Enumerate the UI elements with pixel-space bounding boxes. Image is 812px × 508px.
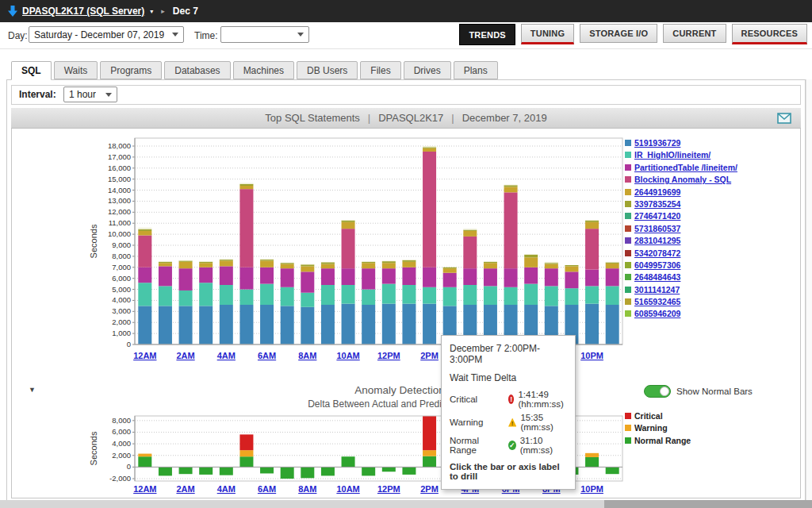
- bar-segment-3397835254[interactable]: [159, 262, 172, 263]
- subtab-databases[interactable]: Databases: [164, 61, 230, 79]
- bar-segment-ir-highio-lineitem[interactable]: [423, 287, 436, 304]
- bar-segment-ir-highio-lineitem[interactable]: [260, 284, 274, 305]
- bar-segment-ir-highio-lineitem[interactable]: [301, 293, 314, 307]
- bar-segment-3397835254[interactable]: [239, 184, 253, 186]
- bar-segment-2644919699[interactable]: [585, 222, 599, 229]
- bar-segment-2644919699[interactable]: [138, 231, 151, 236]
- bar-segment-ir-highio-lineitem[interactable]: [504, 287, 518, 305]
- subtab-waits[interactable]: Waits: [54, 61, 98, 79]
- bar-segment-partitionedtable-lineitem[interactable]: [220, 266, 233, 285]
- bar-segment-3397835254[interactable]: [423, 147, 436, 148]
- legend-label[interactable]: PartitionedTable /lineitem/: [634, 163, 737, 172]
- bar-segment-2644919699[interactable]: [260, 260, 274, 267]
- legend-label[interactable]: 5342078472: [634, 248, 680, 258]
- bar-segment-ir-highio-lineitem[interactable]: [443, 287, 457, 306]
- bar-segment-normal-range[interactable]: [281, 467, 294, 479]
- subtab-sql[interactable]: SQL: [11, 61, 52, 80]
- bar-12pm[interactable]: [382, 467, 396, 471]
- bar-segment-2644919699[interactable]: [159, 263, 172, 266]
- bar-segment-normal-range[interactable]: [260, 467, 274, 473]
- bar-segment-3397835254[interactable]: [504, 185, 518, 187]
- bar-segment-3397835254[interactable]: [260, 260, 274, 260]
- bar-5pm[interactable]: [484, 262, 497, 344]
- bar-segment-2644919699[interactable]: [565, 266, 578, 271]
- bar-segment-ir-highio-lineitem[interactable]: [545, 286, 558, 306]
- bar-segment-2644919699[interactable]: [342, 222, 355, 229]
- bar-10pm[interactable]: [585, 453, 599, 468]
- bar-segment-ir-highio-lineitem[interactable]: [220, 285, 233, 305]
- bar-segment-blocking-anomaly-sql[interactable]: [423, 152, 436, 267]
- bar-segment-partitionedtable-lineitem[interactable]: [281, 268, 294, 287]
- chevron-down-icon[interactable]: ▾: [150, 8, 153, 15]
- bar-segment-warning[interactable]: [423, 450, 436, 456]
- bar-segment-ir-highio-lineitem[interactable]: [342, 285, 355, 304]
- bar-12pm[interactable]: [382, 260, 396, 344]
- x-label-12pm[interactable]: 12PM: [377, 351, 400, 360]
- x-label-12pm[interactable]: 12PM: [377, 484, 400, 494]
- bar-segment-partitionedtable-lineitem[interactable]: [159, 266, 172, 286]
- x-label-4am[interactable]: 4AM: [217, 484, 236, 494]
- bar-segment-2644919699[interactable]: [382, 263, 396, 268]
- subtab-files[interactable]: Files: [360, 61, 400, 79]
- bar-segment-2644919699[interactable]: [239, 186, 253, 189]
- tab-trends[interactable]: TRENDS: [459, 24, 515, 45]
- bar-segment-3397835254[interactable]: [382, 261, 396, 263]
- bar-segment-2644919699[interactable]: [301, 266, 314, 271]
- x-label-12am[interactable]: 12AM: [133, 351, 156, 360]
- bar-8am[interactable]: [301, 264, 314, 344]
- bar-segment-5191936729[interactable]: [220, 305, 233, 344]
- subtab-drives[interactable]: Drives: [404, 61, 451, 79]
- x-label-10am[interactable]: 10AM: [336, 351, 359, 360]
- bar-segment-3397835254[interactable]: [179, 260, 193, 261]
- bar-10am[interactable]: [342, 220, 355, 344]
- legend-label[interactable]: 5731860537: [634, 224, 680, 233]
- bar-segment-partitionedtable-lineitem[interactable]: [423, 267, 436, 287]
- bar-3pm[interactable]: [443, 267, 457, 344]
- bar-12am[interactable]: [138, 454, 151, 468]
- bar-segment-partitionedtable-lineitem[interactable]: [504, 268, 518, 287]
- bar-4pm[interactable]: [463, 229, 477, 344]
- bar-2am[interactable]: [179, 260, 193, 344]
- bar-segment-other[interactable]: [463, 229, 477, 229]
- bar-segment-normal-range[interactable]: [382, 467, 396, 471]
- bar-11am[interactable]: [362, 262, 375, 344]
- bar-6am[interactable]: [260, 259, 274, 344]
- bar-segment-ir-highio-lineitem[interactable]: [362, 290, 375, 305]
- bar-9pm[interactable]: [565, 265, 578, 344]
- bar-segment-ir-highio-lineitem[interactable]: [484, 286, 497, 305]
- bar-3am[interactable]: [199, 467, 213, 475]
- bar-segment-other[interactable]: [138, 228, 151, 229]
- bar-segment-3397835254[interactable]: [463, 230, 477, 231]
- legend-label[interactable]: 5191936729: [634, 138, 680, 148]
- bar-segment-normal-range[interactable]: [179, 467, 193, 474]
- x-label-2am[interactable]: 2AM: [176, 484, 194, 494]
- legend-label[interactable]: 5165932465: [634, 297, 680, 306]
- bar-segment-5191936729[interactable]: [138, 306, 151, 344]
- bar-segment-blocking-anomaly-sql[interactable]: [138, 236, 151, 267]
- bar-segment-ir-highio-lineitem[interactable]: [179, 291, 193, 306]
- bar-segment-normal-range[interactable]: [321, 467, 335, 475]
- bar-segment-other[interactable]: [239, 183, 253, 184]
- bar-segment-3397835254[interactable]: [402, 260, 416, 262]
- tab-resources[interactable]: RESOURCES: [732, 24, 807, 44]
- bar-segment-partitionedtable-lineitem[interactable]: [321, 268, 335, 285]
- x-label-4am[interactable]: 4AM: [217, 351, 236, 360]
- bar-segment-2644919699[interactable]: [402, 262, 416, 267]
- bar-segment-2644919699[interactable]: [524, 257, 538, 267]
- bar-segment-normal-range[interactable]: [220, 467, 233, 475]
- bar-segment-other[interactable]: [402, 260, 416, 260]
- x-label-8am[interactable]: 8AM: [298, 484, 316, 494]
- bar-6am[interactable]: [260, 467, 274, 473]
- day-select[interactable]: Saturday - December 07, 2019: [29, 26, 184, 43]
- legend-label[interactable]: 2746471420: [634, 211, 680, 221]
- bar-segment-ir-highio-lineitem[interactable]: [159, 286, 172, 306]
- bar-5am[interactable]: [239, 434, 253, 467]
- bar-segment-partitionedtable-lineitem[interactable]: [362, 268, 375, 289]
- bar-segment-ir-highio-lineitem[interactable]: [565, 288, 578, 305]
- x-label-10pm[interactable]: 10PM: [580, 484, 603, 494]
- bar-segment-critical[interactable]: [423, 416, 436, 450]
- bar-segment-normal-range[interactable]: [362, 467, 375, 475]
- bar-segment-other[interactable]: [199, 261, 213, 262]
- legend-label[interactable]: 6049957306: [634, 260, 680, 270]
- bar-segment-5191936729[interactable]: [199, 306, 213, 344]
